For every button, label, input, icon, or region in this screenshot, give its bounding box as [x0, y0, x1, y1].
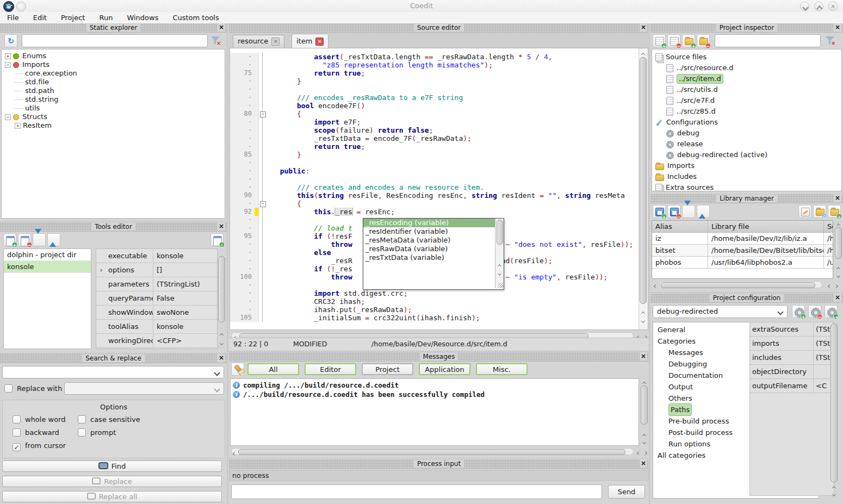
messages-horizontal-scrollbar[interactable]	[231, 448, 634, 455]
filter-button-Application[interactable]: Application	[419, 363, 470, 375]
code-text[interactable]: ihash.put(_resRawData);	[266, 306, 639, 314]
scroll-up-arrow[interactable]	[639, 49, 647, 56]
code-text[interactable]: {	[266, 110, 639, 118]
move-tool-down-button[interactable]	[33, 233, 46, 246]
replace-with-checkbox[interactable]: Replace with	[4, 384, 62, 393]
property-row[interactable]: toolAliaskonsole	[96, 320, 217, 334]
config-property-row[interactable]: extraSources(TStringList)	[750, 322, 834, 337]
move-library-up-button[interactable]	[697, 205, 710, 218]
search-term-combobox[interactable]	[2, 366, 224, 378]
tree-item[interactable]: −Imports	[5, 60, 225, 69]
scroll-up-arrow[interactable]	[640, 431, 648, 437]
tree-item[interactable]: +ResItem	[5, 121, 225, 130]
code-line[interactable]: 75 return true;	[230, 69, 639, 77]
close-panel-icon[interactable]: ×	[218, 23, 225, 32]
property-row[interactable]: showWindowsswoNone	[96, 306, 217, 320]
option-checkbox-backward[interactable]: backward	[13, 428, 59, 437]
close-panel-icon[interactable]: ×	[834, 194, 841, 202]
menu-item-custom-tools[interactable]: Custom tools	[165, 12, 226, 23]
code-text[interactable]: this(string resFile, ResEncoding resEnc,…	[266, 191, 639, 200]
code-line[interactable]: · "z85 representation length mismatches"…	[230, 61, 639, 69]
tools-grid-scrollbar[interactable]	[218, 248, 225, 348]
project-tree-item[interactable]: ../src/resource.d	[655, 63, 841, 73]
scroll-up-arrow[interactable]	[834, 264, 842, 270]
add-configuration-button[interactable]: +	[792, 305, 805, 318]
tree-expander-icon[interactable]: −	[5, 62, 11, 68]
property-value[interactable]: konsole	[153, 249, 217, 263]
code-text[interactable]: import std.digest.crc;	[266, 289, 639, 297]
project-tree-item[interactable]: debug-redirected (active)	[655, 150, 841, 160]
config-property-row[interactable]: objectDirectory	[750, 365, 834, 379]
project-tree-item[interactable]: ../src/utils.d	[655, 84, 841, 95]
code-line[interactable]: 105 _initialSum = crc322uint(ihash.finis…	[230, 314, 639, 322]
project-tree-item[interactable]: Extra sources	[655, 182, 841, 191]
remove-tool-button[interactable]: −	[18, 233, 31, 246]
resize-grip[interactable]	[498, 283, 503, 288]
menu-item-project[interactable]: Project	[54, 12, 92, 23]
scroll-up-arrow[interactable]	[830, 483, 838, 489]
inspector-filter-input[interactable]	[715, 34, 821, 47]
message-row[interactable]: i/.../build/resource.d.coedit has been s…	[231, 390, 639, 399]
code-text[interactable]: _initialSum = crc322uint(ihash.finish);	[266, 314, 639, 322]
scroll-right-arrow[interactable]	[832, 281, 840, 288]
column-header-sources[interactable]: Sources root	[824, 221, 833, 232]
library-row[interactable]: bitset/home/basile/Dev/Bitset/lib/bitse/…	[652, 245, 833, 257]
code-line[interactable]: · _resTxtData = encode_7F(_resRawData);	[230, 134, 639, 142]
close-panel-icon[interactable]: ×	[218, 354, 225, 362]
menu-item-windows[interactable]: Windows	[120, 12, 165, 23]
code-line[interactable]: · /// encodes _resRawData to a e7F strin…	[230, 94, 639, 102]
editor-surface[interactable]: · assert(_resTxtData.length == _resRawDa…	[230, 48, 648, 330]
tab-close-icon[interactable]: ×	[315, 38, 324, 46]
scroll-down-arrow[interactable]	[640, 437, 648, 444]
code-text[interactable]: /// creates and encodes a new resource i…	[266, 183, 639, 191]
code-text[interactable]	[266, 159, 639, 167]
property-value[interactable]: (TStringList)	[153, 277, 217, 291]
property-value[interactable]: False	[153, 291, 217, 305]
code-text[interactable]: /// encodes _resRawData to a e7F string	[266, 94, 639, 102]
tree-item[interactable]: core.exception	[5, 69, 225, 78]
remove-folder-button[interactable]: −	[697, 34, 710, 47]
close-panel-icon[interactable]: ×	[834, 23, 841, 32]
code-line[interactable]: · import e7F;	[230, 118, 639, 126]
project-tree-item[interactable]: Configurations	[655, 117, 841, 128]
completion-item[interactable]: _resTxtData (variable)	[363, 253, 495, 262]
project-tree-item[interactable]: release	[655, 139, 841, 150]
code-text[interactable]: bool encodee7F()	[266, 102, 639, 110]
fold-collapse-icon[interactable]: −	[260, 201, 266, 207]
scroll-left-arrow[interactable]	[652, 281, 659, 288]
code-text[interactable]: }	[266, 77, 639, 85]
editor-vertical-scrollbar[interactable]	[639, 48, 648, 330]
code-text[interactable]	[266, 175, 639, 183]
clear-messages-button[interactable]	[231, 363, 244, 376]
property-row[interactable]: executablekonsole	[96, 249, 217, 263]
menu-item-file[interactable]: File	[0, 12, 26, 23]
project-tree-item[interactable]: ../src/item.d	[655, 73, 841, 84]
property-row[interactable]: parameters(TStringList)	[96, 277, 217, 291]
code-line[interactable]: 80− {	[230, 110, 639, 118]
code-text[interactable]: return true;	[266, 69, 639, 77]
scroll-down-arrow[interactable]	[834, 271, 842, 277]
completion-item[interactable]: _resEncoding (variable)	[363, 219, 495, 227]
tool-list-item[interactable]: konsole	[4, 261, 91, 273]
maximize-button[interactable]	[814, 2, 823, 11]
code-line[interactable]: ·	[230, 175, 639, 183]
replace-button[interactable]: Replace	[2, 476, 222, 487]
refresh-button[interactable]: ↻	[4, 34, 17, 47]
property-value[interactable]: swoNone	[153, 306, 217, 319]
completion-scrollbar[interactable]	[495, 219, 504, 288]
code-line[interactable]: ·	[230, 85, 639, 94]
code-line[interactable]: 90 this(string resFile, ResEncoding resE…	[230, 191, 639, 200]
scroll-down-arrow[interactable]	[495, 269, 504, 275]
option-checkbox-prompt[interactable]: prompt	[78, 428, 116, 437]
code-text[interactable]: scope(failure) return false;	[266, 126, 639, 134]
project-tree-item[interactable]: ../src/e7F.d	[655, 95, 841, 106]
fold-collapse-icon[interactable]: −	[260, 111, 266, 117]
tab-close-icon[interactable]: ×	[271, 38, 280, 46]
scroll-down-arrow[interactable]	[639, 316, 647, 322]
move-tool-up-button[interactable]	[47, 233, 60, 246]
move-library-down-button[interactable]	[682, 205, 695, 218]
option-checkbox-from-cursor[interactable]: ✓from cursor	[13, 441, 66, 451]
code-line[interactable]: · return true;	[230, 142, 639, 151]
library-vertical-scrollbar[interactable]	[834, 220, 842, 279]
code-text[interactable]: assert(_resTxtData.length == _resRawData…	[266, 53, 639, 61]
